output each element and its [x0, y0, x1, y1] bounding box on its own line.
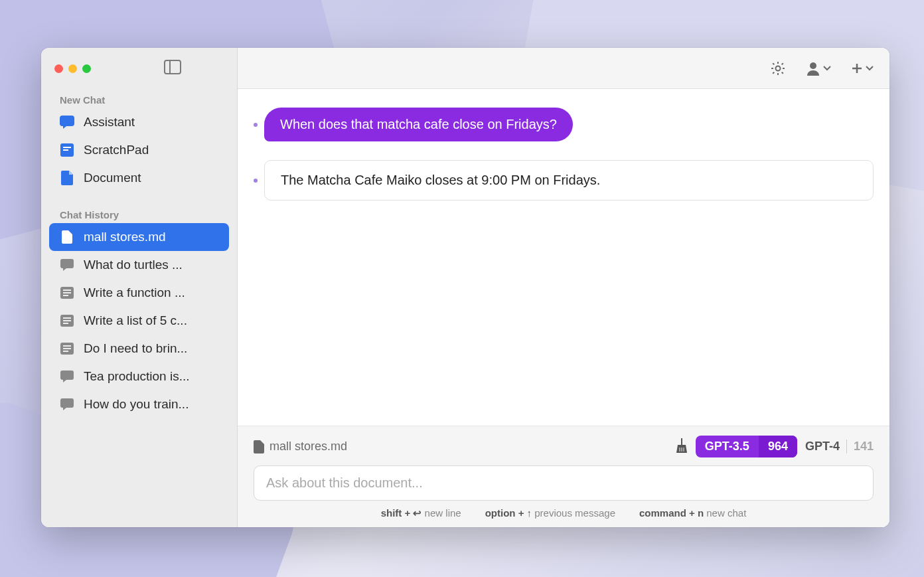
- sidebar-item-label: Write a function ...: [84, 286, 185, 300]
- document-icon: [60, 230, 74, 244]
- current-document-tag[interactable]: mall stores.md: [254, 440, 347, 453]
- model-name: GPT-4: [805, 440, 840, 453]
- sidebar-history-item[interactable]: Write a list of 5 c...: [41, 307, 237, 335]
- chat-input[interactable]: [254, 465, 874, 501]
- titlebar: [41, 48, 237, 89]
- note-icon: [60, 287, 74, 299]
- svg-point-22: [810, 62, 816, 69]
- broom-icon: [676, 438, 688, 453]
- sidebar-item-label: Assistant: [84, 115, 135, 129]
- sidebar-item-label: Document: [84, 171, 141, 185]
- window-close-button[interactable]: [54, 64, 63, 73]
- model-name: GPT-3.5: [696, 436, 759, 457]
- chat-history-section-label: Chat History: [41, 204, 237, 223]
- gear-icon: [770, 60, 786, 76]
- assistant-message-row: The Matcha Cafe Maiko closes at 9:00 PM …: [254, 160, 874, 201]
- chevron-down-icon: [866, 66, 874, 71]
- account-button[interactable]: [806, 61, 831, 76]
- sidebar-item-label: How do you train...: [84, 397, 189, 412]
- sidebar-item-document[interactable]: Document: [41, 164, 237, 192]
- svg-rect-2: [60, 116, 74, 126]
- sidebar-item-label: ScratchPad: [84, 143, 149, 157]
- sidebar-item-label: Write a list of 5 c...: [84, 313, 187, 328]
- sidebar-item-mall-stores[interactable]: mall stores.md: [49, 223, 229, 251]
- svg-rect-16: [63, 345, 71, 347]
- sidebar-item-label: Tea production is...: [84, 369, 189, 384]
- svg-rect-13: [63, 320, 71, 321]
- user-message-bubble: When does that matcha cafe close on Frid…: [264, 108, 573, 141]
- sidebar-history-item[interactable]: Tea production is...: [41, 363, 237, 390]
- note-icon: [60, 315, 74, 327]
- svg-rect-6: [60, 259, 74, 268]
- svg-rect-18: [63, 351, 68, 352]
- main-footer: mall stores.md GPT-3.5 964 GPT-4 141: [238, 426, 889, 527]
- message-marker-icon: [254, 123, 258, 127]
- window-minimize-button[interactable]: [68, 64, 77, 73]
- new-button[interactable]: [851, 62, 874, 74]
- chevron-down-icon: [823, 66, 831, 71]
- chat-bubble-icon: [60, 398, 74, 410]
- footer-top-row: mall stores.md GPT-3.5 964 GPT-4 141: [254, 436, 874, 457]
- chat-bubble-icon: [60, 116, 74, 129]
- svg-rect-20: [60, 398, 74, 408]
- sidebar: New Chat Assistant ScratchPad Document: [41, 48, 238, 527]
- document-icon: [60, 171, 74, 185]
- svg-rect-10: [63, 295, 68, 296]
- document-icon: [254, 440, 264, 453]
- user-message-row: When does that matcha cafe close on Frid…: [254, 108, 874, 141]
- message-marker-icon: [254, 179, 258, 183]
- svg-rect-0: [165, 60, 181, 74]
- window-fullscreen-button[interactable]: [82, 64, 91, 73]
- svg-rect-25: [681, 438, 682, 445]
- sidebar-icon: [164, 60, 181, 74]
- svg-rect-12: [63, 317, 71, 319]
- main-panel: When does that matcha cafe close on Frid…: [238, 48, 889, 527]
- hint-key: option + ↑: [485, 507, 532, 519]
- svg-rect-4: [63, 147, 71, 148]
- app-window: New Chat Assistant ScratchPad Document: [41, 48, 889, 527]
- person-icon: [806, 61, 820, 76]
- hint-item: shift + ↩ new line: [381, 507, 461, 519]
- hint-desc: new chat: [706, 507, 746, 519]
- assistant-message-bubble: The Matcha Cafe Maiko closes at 9:00 PM …: [264, 160, 874, 201]
- sidebar-history-item[interactable]: How do you train...: [41, 390, 237, 418]
- hint-desc: new line: [425, 507, 461, 519]
- hint-item: command + n new chat: [639, 507, 746, 519]
- svg-rect-14: [63, 323, 68, 324]
- note-icon: [60, 343, 74, 355]
- svg-rect-9: [63, 292, 71, 293]
- sidebar-history-item[interactable]: What do turtles ...: [41, 251, 237, 279]
- model-token-count: 141: [846, 440, 874, 453]
- sidebar-toggle-button[interactable]: [164, 60, 181, 77]
- hint-item: option + ↑ previous message: [485, 507, 615, 519]
- chat-area: When does that matcha cafe close on Frid…: [238, 89, 889, 426]
- model-selector-active[interactable]: GPT-3.5 964: [696, 436, 797, 457]
- svg-rect-5: [63, 149, 68, 151]
- svg-rect-19: [60, 371, 74, 380]
- keyboard-hints: shift + ↩ new line option + ↑ previous m…: [254, 507, 874, 519]
- sidebar-item-label: What do turtles ...: [84, 258, 183, 272]
- plus-icon: [851, 62, 863, 74]
- svg-rect-17: [63, 348, 71, 349]
- chat-bubble-icon: [60, 371, 74, 382]
- sidebar-item-label: Do I need to brin...: [84, 341, 187, 356]
- hint-key: command + n: [639, 507, 704, 519]
- traffic-lights: [54, 64, 91, 73]
- sidebar-history-item[interactable]: Write a function ...: [41, 279, 237, 307]
- model-selector-inactive[interactable]: GPT-4 141: [805, 440, 874, 453]
- svg-point-21: [776, 66, 781, 70]
- hint-desc: previous message: [534, 507, 615, 519]
- settings-button[interactable]: [770, 60, 786, 76]
- sidebar-item-assistant[interactable]: Assistant: [41, 108, 237, 136]
- scratchpad-icon: [60, 143, 74, 157]
- sidebar-history-item[interactable]: Do I need to brin...: [41, 335, 237, 363]
- chat-bubble-icon: [60, 259, 74, 271]
- clear-button[interactable]: [676, 438, 688, 455]
- svg-rect-8: [63, 289, 71, 291]
- sidebar-item-scratchpad[interactable]: ScratchPad: [41, 136, 237, 164]
- sidebar-item-label: mall stores.md: [84, 230, 166, 244]
- main-header: [238, 48, 889, 89]
- new-chat-section-label: New Chat: [41, 89, 237, 108]
- document-name: mall stores.md: [270, 440, 347, 453]
- hint-key: shift + ↩: [381, 507, 422, 519]
